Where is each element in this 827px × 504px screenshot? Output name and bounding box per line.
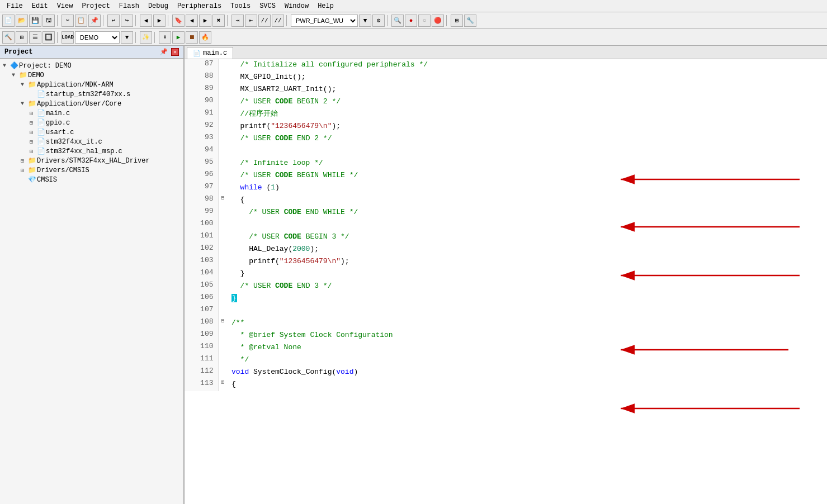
tree-item-app-mdk[interactable]: ▼ 📁 Application/MDK-ARM (0, 80, 183, 89)
tab-main-c[interactable]: 📄 main.c (187, 47, 233, 59)
toggle-icon[interactable]: ⊞ (18, 158, 27, 164)
toggle-icon[interactable]: ⊞ (18, 167, 27, 174)
s-circle-btn[interactable]: 🔴 (432, 15, 444, 27)
cut-btn[interactable]: ✂ (62, 15, 74, 27)
code-line[interactable]: * @retval None (227, 342, 827, 354)
search-btn[interactable]: 🔍 (391, 15, 404, 27)
comment-btn[interactable]: // (258, 15, 271, 27)
tree-item-main-c[interactable]: ⊞ 📄 main.c (0, 108, 183, 118)
menu-peripherals[interactable]: Peripherals (173, 1, 226, 11)
code-line[interactable]: HAL_Delay(2000); (227, 244, 827, 256)
toggle-icon[interactable]: ⊞ (27, 129, 36, 136)
toggle-icon[interactable]: ▼ (9, 72, 18, 78)
project-dd-btn[interactable]: ▼ (121, 31, 133, 44)
list-btn[interactable]: ☰ (29, 31, 41, 44)
code-editor[interactable]: 87 /* Initialize all configured peripher… (185, 59, 827, 504)
indent-btn[interactable]: ⇥ (231, 15, 244, 27)
code-line[interactable]: } (227, 293, 827, 305)
pin-icon[interactable]: 📌 (160, 48, 168, 56)
code-line[interactable] (227, 219, 827, 231)
code-line[interactable]: { (227, 379, 827, 391)
dropdown-btn[interactable]: ▼ (359, 15, 371, 27)
nav-fwd-btn[interactable]: ▶ (153, 15, 166, 27)
next-bookmark-btn[interactable]: ▶ (199, 15, 211, 27)
menu-svcs[interactable]: SVCS (255, 1, 280, 11)
red-circle-btn[interactable]: ● (405, 15, 417, 27)
menu-debug[interactable]: Debug (144, 1, 173, 11)
tree-item-usart-c[interactable]: ⊞ 📄 usart.c (0, 127, 183, 137)
project-dropdown[interactable]: DEMO (75, 31, 120, 44)
uncomment-btn[interactable]: // (272, 15, 284, 27)
code-line[interactable]: /* USER CODE END WHILE */ (227, 207, 827, 219)
menu-window[interactable]: Window (280, 1, 313, 11)
menu-help[interactable]: Help (313, 1, 338, 11)
tree-item-app-user[interactable]: ▼ 📁 Application/User/Core (0, 99, 183, 108)
tree-item-drivers-cmsis[interactable]: ⊞ 📁 Drivers/CMSIS (0, 165, 183, 175)
menu-view[interactable]: View (53, 1, 78, 11)
tree-item-cmsis[interactable]: 💎 CMSIS (0, 175, 183, 184)
tree-item-stm32-hal-msp[interactable]: ⊞ 📄 stm32f4xx_hal_msp.c (0, 146, 183, 156)
menu-project[interactable]: Project (77, 1, 114, 11)
tree-item-demo[interactable]: ▼ 📁 DEMO (0, 70, 183, 80)
tree-item-startup[interactable]: 📄 startup_stm32f407xx.s (0, 89, 183, 99)
code-line[interactable]: //程序开始 (227, 108, 827, 121)
code-line[interactable]: } (227, 268, 827, 280)
code-line[interactable]: MX_USART2_UART_Init(); (227, 84, 827, 96)
chip-btn[interactable]: 🔲 (42, 31, 55, 44)
tree-item-drivers-stm32[interactable]: ⊞ 📁 Drivers/STM32F4xx_HAL_Driver (0, 156, 183, 165)
code-line[interactable]: while (1) (227, 182, 827, 194)
code-line[interactable]: /* Initialize all configured peripherals… (227, 59, 827, 72)
copy-btn[interactable]: 📋 (75, 15, 87, 27)
menu-file[interactable]: File (2, 1, 27, 11)
toggle-icon[interactable]: ▼ (18, 82, 27, 88)
bookmark-btn[interactable]: 🔖 (172, 15, 185, 27)
stop-btn[interactable]: ⏹ (186, 31, 198, 44)
toggle-icon[interactable]: ⊞ (27, 120, 36, 126)
code-line[interactable]: /* USER CODE BEGIN 2 */ (227, 96, 827, 108)
toggle-icon[interactable]: ⊞ (27, 110, 36, 117)
fold-toggle[interactable]: ⊟ (218, 194, 227, 207)
code-line[interactable]: void SystemClock_Config(void) (227, 367, 827, 379)
code-line[interactable]: /** (227, 317, 827, 330)
clear-bookmark-btn[interactable]: ✖ (212, 15, 225, 27)
paste-btn[interactable]: 📌 (88, 15, 101, 27)
tree-item-project[interactable]: ▼ 🔷 Project: DEMO (0, 61, 183, 70)
toggle-icon[interactable]: ⊞ (27, 148, 36, 155)
code-line[interactable]: * @brief System Clock Configuration (227, 330, 827, 342)
new-file-btn[interactable]: 📄 (2, 15, 15, 27)
code-line[interactable]: { (227, 194, 827, 207)
options-btn[interactable]: ⚙ (372, 15, 385, 27)
target-dropdown[interactable]: PWR_FLAG_WU (291, 15, 358, 27)
download-btn[interactable]: ⬇ (159, 31, 171, 44)
code-line[interactable]: printf("1236456479\n"); (227, 121, 827, 133)
wrench-btn[interactable]: 🔧 (464, 15, 476, 27)
redo-btn[interactable]: ↪ (121, 15, 133, 27)
grid-btn[interactable]: ⊞ (16, 31, 28, 44)
code-line[interactable]: /* USER CODE BEGIN 3 */ (227, 231, 827, 244)
code-line[interactable] (227, 305, 827, 317)
undo-btn[interactable]: ↩ (107, 15, 120, 27)
code-line[interactable] (227, 145, 827, 158)
code-line[interactable]: /* Infinite loop */ (227, 158, 827, 170)
code-line[interactable]: /* USER CODE BEGIN WHILE */ (227, 170, 827, 182)
sidebar-close-btn[interactable]: ✕ (171, 48, 179, 56)
tree-item-stm32f4xx-it[interactable]: ⊞ 📄 stm32f4xx_it.c (0, 137, 183, 146)
layout-btn[interactable]: ⊞ (451, 15, 463, 27)
code-line[interactable]: */ (227, 354, 827, 367)
menu-tools[interactable]: Tools (226, 1, 255, 11)
toggle-icon[interactable]: ▼ (18, 101, 27, 107)
fold-toggle[interactable]: ⊞ (218, 379, 227, 391)
toggle-icon[interactable]: ⊞ (27, 139, 36, 145)
code-line[interactable]: MX_GPIO_Init(); (227, 72, 827, 84)
save-all-btn[interactable]: 🖫 (42, 15, 55, 27)
fold-toggle[interactable]: ⊟ (218, 317, 227, 330)
tree-item-gpio-c[interactable]: ⊞ 📄 gpio.c (0, 118, 183, 127)
code-line[interactable]: printf("1236456479\n"); (227, 256, 827, 268)
magic-wand-btn[interactable]: ✨ (140, 31, 152, 44)
open-btn[interactable]: 📂 (16, 15, 28, 27)
nav-back-btn[interactable]: ◀ (140, 15, 152, 27)
prev-bookmark-btn[interactable]: ◀ (186, 15, 198, 27)
run-btn[interactable]: ▶ (172, 31, 185, 44)
small-circle-btn[interactable]: ○ (418, 15, 431, 27)
build-btn[interactable]: 🔨 (2, 31, 15, 44)
